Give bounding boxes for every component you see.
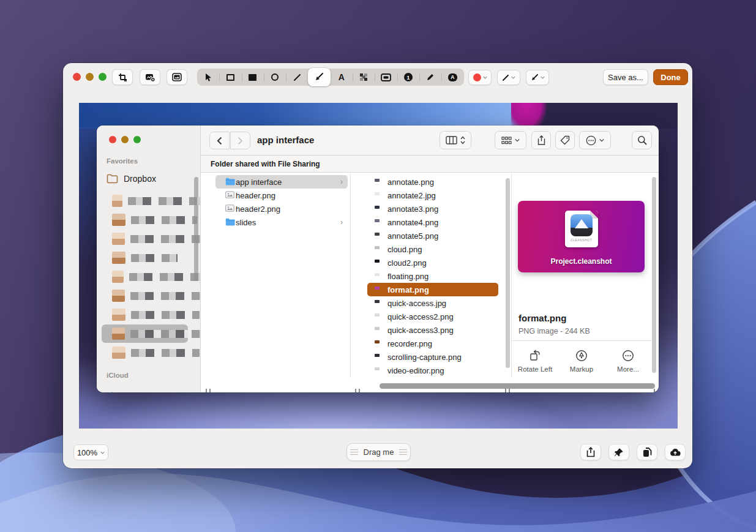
forward-button[interactable] [230, 132, 250, 149]
zoom-window-button[interactable] [99, 73, 107, 81]
add-image-icon [145, 73, 155, 82]
files-scrollbar[interactable] [506, 178, 510, 368]
zoom-level-dropdown[interactable]: 100% [73, 444, 108, 460]
drag-me-handle[interactable]: Drag me [346, 443, 411, 461]
sidebar-item-redacted[interactable] [97, 343, 200, 362]
crop-tool-button[interactable] [112, 69, 133, 85]
column-resize-handle[interactable] [355, 389, 360, 392]
chevron-down-icon [483, 76, 487, 79]
file-row[interactable]: header.png › [201, 189, 350, 202]
file-row[interactable]: cloud.png [351, 242, 505, 256]
ellipsis-circle-icon [586, 135, 596, 146]
sidebar-item-redacted[interactable] [97, 192, 200, 210]
chevron-right-icon: › [340, 218, 343, 227]
horizontal-scrollbar[interactable] [380, 383, 655, 389]
line-icon [293, 73, 301, 81]
pin-button[interactable] [608, 444, 629, 460]
file-row[interactable]: header2.png › [201, 202, 350, 215]
file-row[interactable]: video-editor.png [351, 364, 505, 377]
file-row[interactable]: annotate.png [351, 175, 505, 189]
counter-tool[interactable]: 1 [397, 69, 419, 86]
file-row[interactable]: app interface › [201, 175, 350, 189]
file-row[interactable]: scrolling-capture.png [351, 350, 505, 364]
line-style-dropdown[interactable] [497, 70, 520, 85]
sidebar-item-redacted[interactable] [97, 249, 200, 267]
copy-button[interactable] [637, 444, 657, 460]
file-row[interactable]: annotate2.jpg [351, 189, 505, 202]
sidebar-item-icloud-drive[interactable]: iCloud Drive [97, 386, 200, 392]
group-by-button[interactable] [495, 131, 526, 149]
column-resize-handle[interactable] [206, 389, 211, 392]
line-tool[interactable] [286, 69, 308, 86]
save-as-button[interactable]: Save as... [603, 69, 648, 85]
file-row[interactable]: floating.png [351, 269, 505, 283]
file-row[interactable]: quick-access2.png [351, 310, 505, 323]
chevron-left-icon [217, 137, 222, 145]
sidebar-item-redacted[interactable] [97, 287, 200, 305]
arrow-style-dropdown[interactable] [526, 70, 549, 85]
sticker-tool[interactable]: A [441, 69, 463, 86]
sidebar-item-redacted[interactable] [97, 305, 200, 324]
close-button[interactable] [109, 136, 116, 143]
tag-icon [560, 135, 570, 145]
finder-titlebar: app interface [201, 126, 659, 155]
chevron-down-icon [599, 138, 604, 142]
color-picker-dropdown[interactable] [468, 70, 492, 85]
file-row[interactable]: cloud2.png [351, 256, 505, 269]
preview-thumbnail[interactable]: CLEANSHOT Project.cleanshot [518, 201, 645, 272]
file-row[interactable]: slides › [201, 215, 350, 229]
rotate-left-action[interactable]: Rotate Left [512, 346, 558, 373]
file-name: quick-access3.png [387, 326, 454, 335]
canvas-background-button[interactable] [167, 69, 187, 85]
minimize-button[interactable] [121, 136, 129, 143]
sidebar-item-redacted[interactable] [97, 211, 200, 229]
rectangle-tool[interactable] [219, 69, 241, 86]
pencil-tool[interactable] [419, 69, 441, 86]
redacted-folder-icon [112, 309, 125, 321]
ellipse-tool[interactable] [264, 69, 286, 86]
select-tool[interactable] [197, 69, 219, 86]
redacted-label [130, 292, 200, 300]
sidebar-scrollbar[interactable] [194, 177, 198, 281]
back-button[interactable] [209, 132, 230, 149]
sidebar-item-dropbox[interactable]: Dropbox [97, 170, 200, 188]
file-row[interactable]: quick-access3.png [351, 323, 505, 337]
screenshot-canvas[interactable]: Favorites Dropbox [79, 103, 678, 429]
highlight-tool[interactable] [375, 69, 397, 86]
cloud-upload-button[interactable] [665, 444, 686, 460]
more-actions-button[interactable] [579, 131, 611, 149]
arrow-tool[interactable] [308, 68, 330, 86]
close-button[interactable] [73, 73, 81, 81]
file-row[interactable]: format.png [351, 283, 505, 296]
share-button[interactable] [531, 131, 551, 149]
sidebar-item-redacted[interactable] [97, 230, 200, 248]
redacted-label [129, 273, 200, 281]
sidebar-item-redacted[interactable] [97, 268, 200, 286]
markup-action[interactable]: Markup [558, 346, 605, 373]
done-button[interactable]: Done [653, 69, 688, 85]
file-name: header.png [236, 191, 275, 200]
minimize-button[interactable] [86, 73, 94, 81]
pixelate-tool[interactable] [353, 69, 375, 86]
more-action[interactable]: More... [605, 346, 651, 373]
search-button[interactable] [632, 131, 652, 149]
file-row[interactable]: annotate5.png [351, 229, 505, 242]
zoom-window-button[interactable] [133, 136, 141, 143]
file-name: quick-access.jpg [387, 299, 446, 308]
text-tool[interactable]: A [331, 69, 353, 86]
column-resize-handle[interactable] [505, 389, 510, 392]
file-row[interactable]: annotate4.png [351, 215, 505, 229]
shared-folder-banner: Folder shared with File Sharing [201, 155, 659, 173]
file-row[interactable]: quick-access.jpg [351, 296, 505, 310]
file-row[interactable]: recorder.png [351, 337, 505, 350]
view-mode-button[interactable] [440, 131, 471, 149]
filled-rectangle-tool[interactable] [242, 69, 264, 86]
share-button[interactable] [580, 444, 601, 460]
sidebar-item-redacted[interactable] [97, 324, 200, 343]
preview-scrollbar[interactable] [652, 177, 656, 373]
preview-file-info: PNG image - 244 KB [518, 327, 590, 335]
add-image-button[interactable] [140, 69, 160, 85]
cloud-icon [107, 392, 118, 393]
tags-button[interactable] [555, 131, 575, 149]
file-row[interactable]: annotate3.png [351, 202, 505, 215]
